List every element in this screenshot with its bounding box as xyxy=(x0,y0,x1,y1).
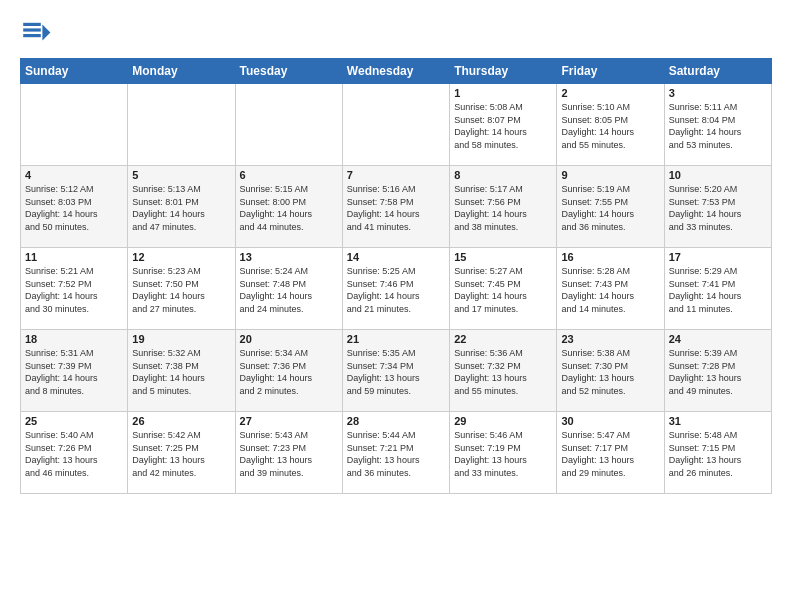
day-detail: Sunrise: 5:23 AM Sunset: 7:50 PM Dayligh… xyxy=(132,265,230,315)
calendar-cell: 6Sunrise: 5:15 AM Sunset: 8:00 PM Daylig… xyxy=(235,166,342,248)
calendar-week-4: 18Sunrise: 5:31 AM Sunset: 7:39 PM Dayli… xyxy=(21,330,772,412)
day-number: 24 xyxy=(669,333,767,345)
day-number: 17 xyxy=(669,251,767,263)
calendar-cell: 13Sunrise: 5:24 AM Sunset: 7:48 PM Dayli… xyxy=(235,248,342,330)
day-number: 14 xyxy=(347,251,445,263)
calendar-header-thursday: Thursday xyxy=(450,59,557,84)
day-detail: Sunrise: 5:38 AM Sunset: 7:30 PM Dayligh… xyxy=(561,347,659,397)
day-number: 22 xyxy=(454,333,552,345)
day-number: 7 xyxy=(347,169,445,181)
day-detail: Sunrise: 5:28 AM Sunset: 7:43 PM Dayligh… xyxy=(561,265,659,315)
day-number: 25 xyxy=(25,415,123,427)
calendar-cell xyxy=(128,84,235,166)
calendar-cell: 22Sunrise: 5:36 AM Sunset: 7:32 PM Dayli… xyxy=(450,330,557,412)
day-detail: Sunrise: 5:44 AM Sunset: 7:21 PM Dayligh… xyxy=(347,429,445,479)
day-number: 12 xyxy=(132,251,230,263)
calendar-cell: 2Sunrise: 5:10 AM Sunset: 8:05 PM Daylig… xyxy=(557,84,664,166)
day-detail: Sunrise: 5:40 AM Sunset: 7:26 PM Dayligh… xyxy=(25,429,123,479)
day-number: 1 xyxy=(454,87,552,99)
logo-icon xyxy=(20,18,52,50)
calendar-cell: 14Sunrise: 5:25 AM Sunset: 7:46 PM Dayli… xyxy=(342,248,449,330)
day-detail: Sunrise: 5:32 AM Sunset: 7:38 PM Dayligh… xyxy=(132,347,230,397)
day-detail: Sunrise: 5:42 AM Sunset: 7:25 PM Dayligh… xyxy=(132,429,230,479)
day-detail: Sunrise: 5:10 AM Sunset: 8:05 PM Dayligh… xyxy=(561,101,659,151)
calendar-cell: 17Sunrise: 5:29 AM Sunset: 7:41 PM Dayli… xyxy=(664,248,771,330)
calendar-cell: 24Sunrise: 5:39 AM Sunset: 7:28 PM Dayli… xyxy=(664,330,771,412)
day-number: 2 xyxy=(561,87,659,99)
calendar-week-3: 11Sunrise: 5:21 AM Sunset: 7:52 PM Dayli… xyxy=(21,248,772,330)
calendar-cell xyxy=(21,84,128,166)
day-detail: Sunrise: 5:31 AM Sunset: 7:39 PM Dayligh… xyxy=(25,347,123,397)
svg-rect-2 xyxy=(23,23,41,26)
day-detail: Sunrise: 5:17 AM Sunset: 7:56 PM Dayligh… xyxy=(454,183,552,233)
calendar-cell: 19Sunrise: 5:32 AM Sunset: 7:38 PM Dayli… xyxy=(128,330,235,412)
day-detail: Sunrise: 5:24 AM Sunset: 7:48 PM Dayligh… xyxy=(240,265,338,315)
day-detail: Sunrise: 5:43 AM Sunset: 7:23 PM Dayligh… xyxy=(240,429,338,479)
day-detail: Sunrise: 5:19 AM Sunset: 7:55 PM Dayligh… xyxy=(561,183,659,233)
logo xyxy=(20,18,56,50)
day-detail: Sunrise: 5:27 AM Sunset: 7:45 PM Dayligh… xyxy=(454,265,552,315)
calendar-cell: 29Sunrise: 5:46 AM Sunset: 7:19 PM Dayli… xyxy=(450,412,557,494)
day-number: 19 xyxy=(132,333,230,345)
day-number: 28 xyxy=(347,415,445,427)
calendar-cell: 5Sunrise: 5:13 AM Sunset: 8:01 PM Daylig… xyxy=(128,166,235,248)
calendar-cell: 11Sunrise: 5:21 AM Sunset: 7:52 PM Dayli… xyxy=(21,248,128,330)
day-detail: Sunrise: 5:20 AM Sunset: 7:53 PM Dayligh… xyxy=(669,183,767,233)
calendar-week-2: 4Sunrise: 5:12 AM Sunset: 8:03 PM Daylig… xyxy=(21,166,772,248)
calendar-cell: 12Sunrise: 5:23 AM Sunset: 7:50 PM Dayli… xyxy=(128,248,235,330)
day-detail: Sunrise: 5:12 AM Sunset: 8:03 PM Dayligh… xyxy=(25,183,123,233)
calendar-cell: 16Sunrise: 5:28 AM Sunset: 7:43 PM Dayli… xyxy=(557,248,664,330)
day-number: 26 xyxy=(132,415,230,427)
calendar-week-5: 25Sunrise: 5:40 AM Sunset: 7:26 PM Dayli… xyxy=(21,412,772,494)
calendar-header-row: SundayMondayTuesdayWednesdayThursdayFrid… xyxy=(21,59,772,84)
calendar-cell: 7Sunrise: 5:16 AM Sunset: 7:58 PM Daylig… xyxy=(342,166,449,248)
calendar-cell: 25Sunrise: 5:40 AM Sunset: 7:26 PM Dayli… xyxy=(21,412,128,494)
calendar-cell: 9Sunrise: 5:19 AM Sunset: 7:55 PM Daylig… xyxy=(557,166,664,248)
calendar-cell xyxy=(235,84,342,166)
calendar-cell: 27Sunrise: 5:43 AM Sunset: 7:23 PM Dayli… xyxy=(235,412,342,494)
day-detail: Sunrise: 5:34 AM Sunset: 7:36 PM Dayligh… xyxy=(240,347,338,397)
svg-rect-4 xyxy=(23,34,41,37)
calendar-cell: 20Sunrise: 5:34 AM Sunset: 7:36 PM Dayli… xyxy=(235,330,342,412)
day-detail: Sunrise: 5:25 AM Sunset: 7:46 PM Dayligh… xyxy=(347,265,445,315)
calendar-header-saturday: Saturday xyxy=(664,59,771,84)
day-detail: Sunrise: 5:39 AM Sunset: 7:28 PM Dayligh… xyxy=(669,347,767,397)
day-number: 27 xyxy=(240,415,338,427)
day-detail: Sunrise: 5:46 AM Sunset: 7:19 PM Dayligh… xyxy=(454,429,552,479)
calendar-header-sunday: Sunday xyxy=(21,59,128,84)
day-number: 30 xyxy=(561,415,659,427)
day-number: 23 xyxy=(561,333,659,345)
calendar-header-monday: Monday xyxy=(128,59,235,84)
day-number: 31 xyxy=(669,415,767,427)
calendar-cell: 8Sunrise: 5:17 AM Sunset: 7:56 PM Daylig… xyxy=(450,166,557,248)
day-detail: Sunrise: 5:35 AM Sunset: 7:34 PM Dayligh… xyxy=(347,347,445,397)
day-number: 5 xyxy=(132,169,230,181)
day-detail: Sunrise: 5:08 AM Sunset: 8:07 PM Dayligh… xyxy=(454,101,552,151)
calendar-cell: 10Sunrise: 5:20 AM Sunset: 7:53 PM Dayli… xyxy=(664,166,771,248)
calendar: SundayMondayTuesdayWednesdayThursdayFrid… xyxy=(20,58,772,494)
day-detail: Sunrise: 5:29 AM Sunset: 7:41 PM Dayligh… xyxy=(669,265,767,315)
calendar-cell: 18Sunrise: 5:31 AM Sunset: 7:39 PM Dayli… xyxy=(21,330,128,412)
calendar-cell: 15Sunrise: 5:27 AM Sunset: 7:45 PM Dayli… xyxy=(450,248,557,330)
calendar-cell: 31Sunrise: 5:48 AM Sunset: 7:15 PM Dayli… xyxy=(664,412,771,494)
calendar-cell: 4Sunrise: 5:12 AM Sunset: 8:03 PM Daylig… xyxy=(21,166,128,248)
header xyxy=(20,18,772,50)
day-number: 29 xyxy=(454,415,552,427)
calendar-cell xyxy=(342,84,449,166)
calendar-cell: 26Sunrise: 5:42 AM Sunset: 7:25 PM Dayli… xyxy=(128,412,235,494)
calendar-header-wednesday: Wednesday xyxy=(342,59,449,84)
day-detail: Sunrise: 5:36 AM Sunset: 7:32 PM Dayligh… xyxy=(454,347,552,397)
day-number: 16 xyxy=(561,251,659,263)
day-number: 10 xyxy=(669,169,767,181)
day-detail: Sunrise: 5:11 AM Sunset: 8:04 PM Dayligh… xyxy=(669,101,767,151)
calendar-cell: 21Sunrise: 5:35 AM Sunset: 7:34 PM Dayli… xyxy=(342,330,449,412)
day-number: 9 xyxy=(561,169,659,181)
day-detail: Sunrise: 5:15 AM Sunset: 8:00 PM Dayligh… xyxy=(240,183,338,233)
day-number: 15 xyxy=(454,251,552,263)
day-detail: Sunrise: 5:48 AM Sunset: 7:15 PM Dayligh… xyxy=(669,429,767,479)
day-number: 18 xyxy=(25,333,123,345)
day-number: 13 xyxy=(240,251,338,263)
day-number: 21 xyxy=(347,333,445,345)
day-detail: Sunrise: 5:21 AM Sunset: 7:52 PM Dayligh… xyxy=(25,265,123,315)
calendar-cell: 1Sunrise: 5:08 AM Sunset: 8:07 PM Daylig… xyxy=(450,84,557,166)
